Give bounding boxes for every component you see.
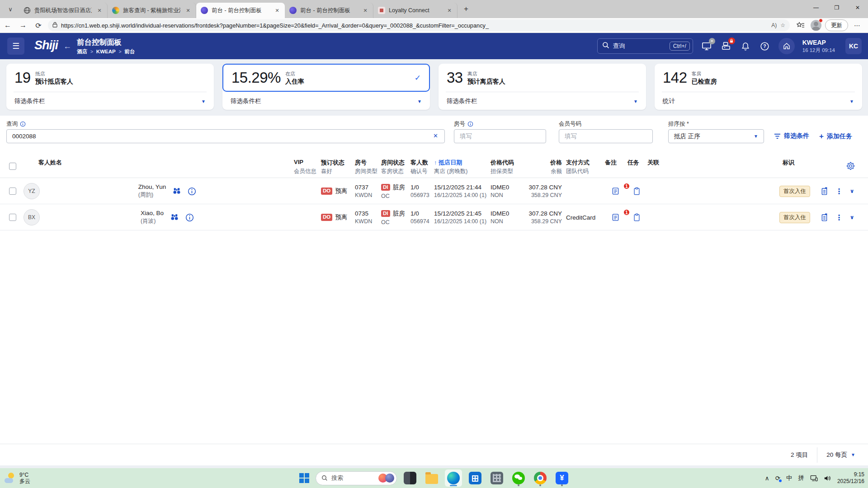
folio-icon[interactable] xyxy=(821,213,828,222)
breadcrumb-hotel[interactable]: 酒店 xyxy=(77,48,87,55)
new-tab-button[interactable]: + xyxy=(459,2,473,16)
member-number-input[interactable] xyxy=(559,129,653,143)
guest-name[interactable]: Zhou, Yun xyxy=(138,183,166,190)
taskbar-app-edge-active[interactable] xyxy=(445,469,462,487)
ime-pinyin-indicator[interactable]: 拼 xyxy=(798,474,804,482)
taskbar-app-pay[interactable]: ¥ xyxy=(553,469,571,487)
hamburger-menu-icon[interactable]: ☰ xyxy=(7,38,24,55)
stat-card-departures[interactable]: 33 离店 预计离店客人 筛选条件栏 ▼ xyxy=(439,64,646,110)
favorite-star-icon[interactable]: ☆ xyxy=(780,22,785,28)
tray-show-hidden-icon[interactable]: ∧ xyxy=(765,474,769,482)
add-task-button[interactable]: + 添加任务 xyxy=(819,132,852,141)
room-number-input[interactable] xyxy=(454,129,546,143)
card-filter-dropdown[interactable]: 筛选条件栏 ▼ xyxy=(439,93,646,110)
notifications-bell-icon[interactable] xyxy=(740,40,751,52)
volume-icon[interactable] xyxy=(824,475,831,482)
select-all-checkbox[interactable] xyxy=(9,163,16,170)
cashier-icon[interactable] xyxy=(720,40,732,52)
tab-close-icon[interactable]: ✕ xyxy=(445,6,453,14)
filter-conditions-button[interactable]: 筛选条件 xyxy=(774,132,809,140)
browser-tab-4[interactable]: 前台 - 前台控制面板 ✕ xyxy=(285,3,373,18)
taskbar-app-taskview[interactable] xyxy=(401,469,419,487)
guest-name[interactable]: Xiao, Bo xyxy=(141,210,164,216)
guest-profile-binoculars-icon[interactable] xyxy=(172,187,181,195)
reload-icon[interactable]: ⟳ xyxy=(31,19,46,32)
read-aloud-icon[interactable]: A) xyxy=(771,22,777,28)
ime-language-indicator[interactable]: 中 xyxy=(786,474,793,482)
taskbar-search-box[interactable]: 搜索 xyxy=(316,471,397,485)
clipboard-icon[interactable] xyxy=(627,187,646,196)
global-search-box[interactable]: 查询 Ctrl+/ xyxy=(597,38,693,54)
help-icon[interactable]: ? xyxy=(759,40,771,52)
clipboard-icon[interactable] xyxy=(627,213,646,222)
forward-icon[interactable]: → xyxy=(15,19,31,32)
browser-tab-2[interactable]: 旅客查询 - 紫楠旅馆业治安 ✕ xyxy=(108,3,196,18)
reservation-row[interactable]: BX Xiao, Bo (肖波) DO预离 0735KWDN xyxy=(0,204,868,230)
browser-tab-5[interactable]: Loyalty Connect ✕ xyxy=(373,3,458,18)
stat-tag: 在店 xyxy=(285,70,304,77)
browser-menu-icon[interactable]: ⋯ xyxy=(851,19,863,32)
guest-native-name: (肖波) xyxy=(141,217,164,225)
expand-row-chevron-icon[interactable]: ∨ xyxy=(850,188,854,194)
close-button[interactable]: ✕ xyxy=(847,0,868,15)
property-block[interactable]: KWEAP 16 12月 09:14 xyxy=(802,39,835,53)
clear-query-icon[interactable]: ✕ xyxy=(433,132,438,139)
browser-tab-3-active[interactable]: 前台 - 前台控制面板 ✕ xyxy=(196,3,285,18)
tab-close-icon[interactable]: ✕ xyxy=(95,6,104,14)
card-filter-dropdown[interactable]: 筛选条件栏 ▼ xyxy=(6,93,214,110)
stat-card-arrivals[interactable]: 19 抵店 预计抵店客人 筛选条件栏 ▼ xyxy=(6,64,214,110)
table-settings-gear-icon[interactable] xyxy=(846,162,860,172)
taskbar-clock[interactable]: 9:15 2025/12/16 xyxy=(837,471,864,485)
favorites-list-icon[interactable] xyxy=(794,19,807,32)
page-size-select[interactable]: 20 每页 ▼ xyxy=(826,451,855,459)
reservation-row[interactable]: YZ Zhou, Yun (周韵) DO预离 0737KWDN xyxy=(0,178,868,204)
guest-profile-binoculars-icon[interactable] xyxy=(170,213,179,221)
query-input[interactable] xyxy=(6,129,445,143)
notes-icon[interactable]: 1 xyxy=(605,213,626,222)
tray-update-sync-icon[interactable]: ⟳ xyxy=(775,474,780,482)
taskbar-weather-widget[interactable]: 9°C 多云 xyxy=(5,472,30,485)
tray-device-icon[interactable] xyxy=(810,475,818,482)
browser-profile-avatar[interactable] xyxy=(810,19,822,32)
breadcrumb-property[interactable]: KWEAP xyxy=(96,49,116,54)
guest-info-icon[interactable] xyxy=(185,213,194,222)
back-icon[interactable]: ← xyxy=(0,19,15,32)
folio-icon[interactable] xyxy=(821,187,828,196)
stat-card-occupancy-selected[interactable]: 15.29% 在店 入住率 ✓ 筛选条件栏 ▼ xyxy=(222,64,430,110)
address-field[interactable]: https://cn1.web.ep.shiji.world/individua… xyxy=(48,19,790,31)
taskbar-app-calculator[interactable] xyxy=(488,469,505,487)
header-back-icon[interactable]: ← xyxy=(63,42,71,51)
start-button[interactable] xyxy=(297,471,311,485)
stat-card-inspected-rooms[interactable]: 142 客房 已检查房 统计 ▼ xyxy=(655,64,862,110)
home-icon[interactable] xyxy=(778,38,795,54)
tab-close-icon[interactable]: ✕ xyxy=(361,6,369,14)
guest-info-icon[interactable] xyxy=(188,187,196,196)
taskbar-app-wechat[interactable] xyxy=(510,469,527,487)
minimize-button[interactable]: — xyxy=(806,0,826,15)
card-stats-dropdown[interactable]: 统计 ▼ xyxy=(655,93,862,110)
user-avatar[interactable]: KC xyxy=(845,38,862,54)
expand-row-chevron-icon[interactable]: ∨ xyxy=(850,214,854,221)
tab-search-chevron-icon[interactable]: ∨ xyxy=(3,2,18,16)
notes-icon[interactable]: 1 xyxy=(605,187,626,196)
taskbar-app-chrome[interactable] xyxy=(532,469,549,487)
divider xyxy=(817,447,817,463)
tab-close-icon[interactable]: ✕ xyxy=(273,6,281,14)
more-actions-icon[interactable]: ⋮ xyxy=(835,213,843,222)
more-actions-icon[interactable]: ⋮ xyxy=(835,187,843,196)
browser-tab-1[interactable]: 贵阳机场智选假日酒店系统 ✕ xyxy=(19,3,108,18)
taskbar-app-file-explorer[interactable] xyxy=(423,469,440,487)
notes-cell: 1 xyxy=(605,204,626,230)
row-checkbox[interactable] xyxy=(9,178,23,204)
card-filter-dropdown[interactable]: 筛选条件栏 ▼ xyxy=(222,93,430,110)
taskbar-app-store[interactable] xyxy=(467,469,484,487)
screen: ∨ 贵阳机场智选假日酒店系统 ✕ 旅客查询 - 紫楠旅馆业治安 ✕ 前台 - 前… xyxy=(0,0,868,488)
breadcrumb-frontdesk[interactable]: 前台 xyxy=(125,48,135,55)
stat-card-row: 19 抵店 预计抵店客人 筛选条件栏 ▼ 15.29% 在店 入住率 ✓ xyxy=(6,64,862,110)
sort-by-select[interactable]: 抵店 正序 ▼ xyxy=(668,129,764,143)
restore-button[interactable]: ❐ xyxy=(826,0,847,15)
row-checkbox[interactable] xyxy=(9,204,23,230)
browser-update-button[interactable]: 更新 xyxy=(825,19,848,31)
workstation-icon[interactable]: ✕ xyxy=(701,40,712,52)
tab-close-icon[interactable]: ✕ xyxy=(184,6,192,14)
